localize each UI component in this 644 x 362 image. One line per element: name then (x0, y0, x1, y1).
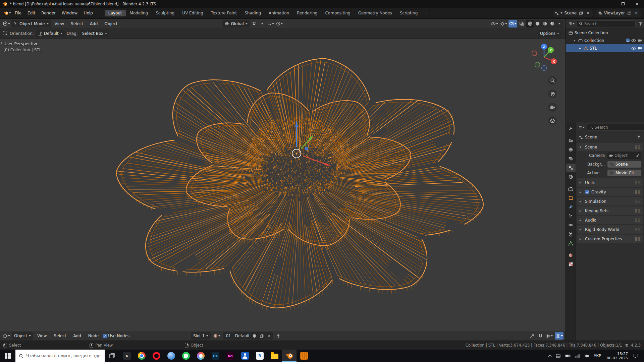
snap-toggle[interactable] (251, 20, 258, 27)
tab-world[interactable] (566, 173, 576, 181)
panel-drag-handle[interactable]: ⣿⣿ (635, 209, 640, 213)
active-clip-field[interactable]: Movie Cli (607, 170, 641, 176)
taskbar-blender-asset-icon[interactable] (297, 350, 311, 362)
properties-editor-type-button[interactable] (578, 124, 585, 131)
duplicate-material-button[interactable] (259, 333, 265, 339)
shading-rendered-button[interactable] (548, 20, 556, 27)
taskbar-xd-icon[interactable]: Xd (223, 350, 237, 362)
shader-menu-select[interactable]: Select (51, 332, 69, 340)
pan-hand-button[interactable] (548, 89, 557, 98)
use-nodes-checkbox[interactable] (103, 334, 107, 338)
tab-scene[interactable] (566, 164, 576, 172)
tab-object[interactable] (566, 194, 576, 202)
fake-user-shield-button[interactable] (252, 333, 257, 339)
zoom-button[interactable] (548, 76, 557, 85)
section-units[interactable]: ▸Units⣿⣿ (577, 178, 643, 187)
taskbar-opera-icon[interactable] (149, 350, 164, 362)
taskbar-whatsapp-icon[interactable] (178, 350, 193, 362)
tab-collection[interactable] (566, 185, 576, 193)
section-gravity[interactable]: ▸Gravity⣿⣿ (577, 188, 643, 196)
properties-search[interactable] (587, 124, 644, 131)
close-button[interactable]: × (630, 0, 644, 8)
tab-modifiers[interactable] (566, 203, 576, 211)
shading-material-button[interactable] (541, 20, 548, 27)
outliner-row-scene-collection[interactable]: Scene Collection (566, 29, 644, 37)
mode-dropdown[interactable]: Object Mode (11, 20, 51, 27)
section-rigid-body-world[interactable]: ▸Rigid Body World⣿⣿ (577, 225, 643, 234)
menu-object[interactable]: Object (101, 20, 120, 28)
task-view-button[interactable] (105, 350, 119, 362)
tab-view-layer[interactable] (566, 155, 576, 163)
options-dropdown[interactable]: Options (538, 30, 561, 37)
outliner-row-stl[interactable]: ▸ STL (566, 44, 644, 52)
section-simulation[interactable]: ▸Simulation⣿⣿ (577, 197, 643, 205)
pin-id-button[interactable] (275, 332, 282, 340)
section-custom-properties[interactable]: ▸Custom Properties⣿⣿ (577, 235, 643, 243)
taskbar-search-input[interactable] (26, 353, 101, 358)
minimize-button[interactable] (602, 0, 616, 8)
properties-search-input[interactable] (595, 125, 644, 130)
remove-view-layer-button[interactable]: × (634, 10, 639, 16)
shader-menu-node[interactable]: Node (85, 332, 102, 340)
workspace-tab-shading[interactable]: Shading (241, 10, 265, 16)
view-layer-selector[interactable]: ViewLayer × (596, 9, 641, 17)
material-slot-dropdown[interactable]: Slot 1 (191, 332, 211, 340)
taskbar-photoshop-icon[interactable]: Ps (208, 350, 223, 362)
axis-y-neg-ball[interactable] (535, 62, 540, 67)
stl-disclosure[interactable]: ▸ (578, 46, 582, 50)
tab-tool[interactable] (566, 124, 576, 133)
section-audio[interactable]: ▸Audio⣿⣿ (577, 216, 643, 224)
camera-object-field[interactable]: Object (607, 152, 641, 159)
taskbar-viewer-icon[interactable] (164, 350, 178, 362)
panel-drag-handle[interactable]: ⣿⣿ (635, 218, 640, 222)
panel-drag-handle[interactable]: ⣿⣿ (635, 228, 640, 231)
section-keying-sets[interactable]: ▸Keying Sets⣿⣿ (577, 206, 643, 215)
tab-render[interactable] (566, 136, 576, 145)
snap-target-dropdown[interactable] (267, 20, 275, 27)
maximize-button[interactable] (616, 0, 630, 8)
menu-edit[interactable]: Edit (24, 9, 38, 17)
background-scene-field[interactable]: Scene (607, 161, 641, 168)
panel-drag-handle[interactable]: ⣿⣿ (635, 237, 640, 241)
outliner-search[interactable] (577, 20, 636, 27)
workspace-tab-animation[interactable]: Animation (265, 10, 293, 16)
taskbar-chrome-icon[interactable] (134, 350, 149, 362)
language-indicator[interactable]: УКР (592, 354, 603, 358)
menu-render[interactable]: Render (38, 9, 59, 17)
add-workspace-button[interactable]: + (422, 10, 430, 16)
taskbar-blender-icon[interactable] (282, 350, 297, 362)
viewport-canvas[interactable] (0, 39, 566, 331)
orientation-dropdown[interactable]: Default (36, 30, 65, 37)
material-name-field[interactable]: 01 - Default × (223, 332, 272, 340)
menu-file[interactable]: File (12, 9, 24, 17)
panel-drag-handle[interactable]: ⣿⣿ (635, 145, 640, 149)
gizmos-dropdown[interactable] (499, 20, 508, 27)
tray-expand-chevron[interactable] (547, 350, 553, 362)
camera-view-button[interactable] (548, 103, 557, 112)
shading-solid-button[interactable] (534, 20, 541, 27)
tab-material[interactable] (566, 251, 576, 259)
overlays-toggle[interactable] (508, 20, 517, 27)
shader-snap-toggle[interactable] (537, 332, 544, 340)
remove-scene-button[interactable]: × (585, 10, 591, 16)
taskbar-contacts-icon[interactable] (237, 350, 252, 362)
shader-snap-dropdown[interactable] (545, 332, 553, 340)
taskbar-app-3-icon[interactable]: 3 (252, 350, 267, 362)
panel-drag-handle[interactable]: ⣿⣿ (635, 190, 640, 194)
axis-x-neg-ball[interactable] (532, 51, 537, 56)
axis-z-neg-ball[interactable] (542, 66, 547, 71)
tab-physics[interactable] (566, 221, 576, 229)
outliner-editor-type-button[interactable] (568, 20, 575, 27)
menu-view[interactable]: View (52, 20, 67, 28)
collection-checkbox[interactable] (626, 39, 630, 42)
stl-render-camera-icon[interactable] (638, 46, 642, 50)
tab-texture[interactable] (566, 260, 576, 268)
outliner-row-collection[interactable]: ▾ Collection (566, 37, 644, 44)
menu-window[interactable]: Window (59, 9, 80, 17)
workspace-tab-modeling[interactable]: Modeling (126, 10, 152, 16)
proportional-editing-toggle[interactable] (275, 20, 283, 27)
workspace-tab-scripting[interactable]: Scripting (396, 10, 421, 16)
menu-help[interactable]: Help (80, 9, 96, 17)
active-tool-icon[interactable] (3, 31, 8, 36)
tray-touchpad-icon[interactable] (554, 350, 562, 362)
